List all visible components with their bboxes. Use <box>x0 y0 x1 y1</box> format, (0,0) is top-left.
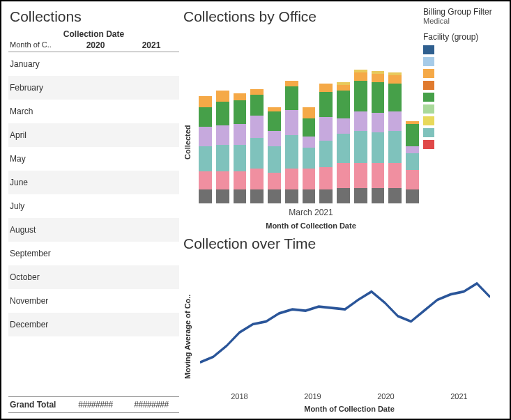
legend-item[interactable] <box>423 44 505 56</box>
line-series <box>200 283 490 362</box>
bar[interactable] <box>285 81 298 203</box>
collections-by-office-ylabel: Collected <box>183 54 192 230</box>
legend-swatch <box>423 57 434 66</box>
legend-item[interactable] <box>423 91 505 103</box>
bar[interactable] <box>216 91 229 203</box>
bar-segment <box>406 153 419 170</box>
bar-segment <box>319 117 333 141</box>
bar[interactable] <box>354 70 367 203</box>
collections-by-office-xlabel: Month of Collection Date <box>196 221 503 230</box>
table-row[interactable]: January <box>8 52 179 76</box>
bar[interactable] <box>268 107 281 203</box>
bar-segment <box>250 138 264 169</box>
bar-segment <box>285 81 298 86</box>
legend-item[interactable] <box>423 115 505 127</box>
bar-segment <box>354 111 367 131</box>
table-row[interactable]: July <box>8 194 179 218</box>
bar-segment <box>303 118 316 137</box>
table-row[interactable]: June <box>8 171 179 194</box>
collection-over-time-chart[interactable] <box>200 256 490 392</box>
legend-item[interactable] <box>423 127 505 139</box>
bar[interactable] <box>234 93 247 203</box>
bar[interactable] <box>372 71 385 203</box>
bar-segment <box>234 189 247 203</box>
bar-segment <box>372 113 385 132</box>
billing-group-filter-value[interactable]: Medical <box>423 17 505 25</box>
bar-segment <box>199 107 212 127</box>
bar-segment <box>319 167 333 189</box>
table-row[interactable]: October <box>8 265 179 289</box>
bar-segment <box>234 124 247 145</box>
bar-segment <box>303 137 316 148</box>
bar-segment <box>234 145 247 171</box>
bar-segment <box>268 131 281 146</box>
bar-segment <box>216 171 229 189</box>
table-row[interactable]: September <box>8 242 179 265</box>
legend-item[interactable] <box>423 68 505 79</box>
table-row[interactable]: March <box>8 100 179 123</box>
collection-over-time-panel: Collection over Time Moving Average of C… <box>183 234 503 413</box>
month-label: May <box>8 154 68 164</box>
bar-segment <box>303 148 316 169</box>
bar-segment <box>285 135 298 169</box>
bar-segment <box>199 127 212 146</box>
collection-over-time-xticks: 2018201920202021 <box>196 392 503 400</box>
line-xtick: 2021 <box>450 392 467 400</box>
bar[interactable] <box>199 96 212 203</box>
grand-total-val-1: ######## <box>123 400 179 410</box>
month-col-header: Month of C.. <box>8 40 68 50</box>
bar-segment <box>303 169 316 189</box>
bar-segment <box>216 145 229 171</box>
collections-panel: Collections Collection Date Month of C..… <box>8 7 179 413</box>
facility-legend-header: Facility (group) <box>423 32 505 42</box>
bar-segment <box>354 81 367 111</box>
bar[interactable] <box>250 89 264 203</box>
month-label: November <box>8 296 68 306</box>
bar-segment <box>372 82 385 113</box>
legend-item[interactable] <box>423 79 505 91</box>
bar[interactable] <box>337 82 350 203</box>
table-row[interactable]: April <box>8 123 179 147</box>
bar[interactable] <box>388 72 402 203</box>
bar-segment <box>234 93 247 100</box>
collection-over-time-ylabel: Moving Average of Co.. <box>183 260 192 413</box>
bar-segment <box>285 169 298 189</box>
bar-segment <box>388 163 402 188</box>
table-row[interactable]: December <box>8 313 179 336</box>
bar-segment <box>199 171 212 189</box>
bar-segment <box>406 124 419 146</box>
legend-swatch <box>423 116 434 125</box>
collections-title: Collections <box>10 8 179 25</box>
table-row[interactable]: February <box>8 76 179 100</box>
bar-segment <box>337 91 350 118</box>
month-label: October <box>8 272 68 282</box>
bar-segment <box>285 189 298 203</box>
table-row[interactable]: August <box>8 218 179 242</box>
bar-segment <box>268 173 281 189</box>
bar[interactable] <box>303 107 316 203</box>
bar[interactable] <box>319 84 333 203</box>
legend-swatch <box>423 69 434 78</box>
table-row[interactable]: November <box>8 289 179 313</box>
bar-segment <box>234 171 247 189</box>
bar-segment <box>268 146 281 173</box>
bar-segment <box>268 189 281 203</box>
bar-segment <box>216 91 229 102</box>
collections-table-body: JanuaryFebruaryMarchAprilMayJuneJulyAugu… <box>8 52 179 395</box>
bar-segment <box>319 92 333 117</box>
legend-item[interactable] <box>423 103 505 115</box>
collection-over-time-title: Collection over Time <box>183 235 503 252</box>
month-label: April <box>8 130 68 140</box>
billing-group-filter-header: Billing Group Filter <box>423 7 505 17</box>
table-row[interactable]: May <box>8 147 179 171</box>
bar-segment <box>406 170 419 189</box>
legend-item[interactable] <box>423 56 505 68</box>
grand-total-label: Grand Total <box>8 400 68 410</box>
bar-segment <box>319 141 333 167</box>
bar-segment <box>337 118 350 134</box>
bar-segment <box>199 146 212 171</box>
legend-item[interactable] <box>423 139 505 150</box>
bar-segment <box>406 146 419 153</box>
bar[interactable] <box>406 121 419 203</box>
bar-segment <box>216 102 229 125</box>
